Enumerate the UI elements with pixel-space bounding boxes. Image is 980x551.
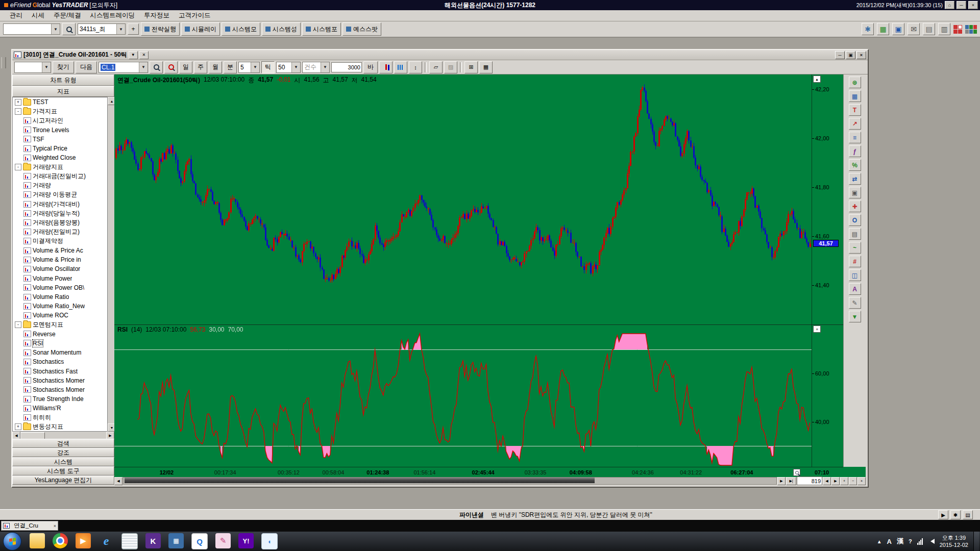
sidebar-button[interactable]: 강조 — [12, 448, 114, 457]
minute-value-combo[interactable]: 5▼ — [238, 62, 260, 73]
tree-item[interactable]: TEST — [13, 97, 107, 107]
add-button[interactable]: + — [128, 23, 139, 35]
period-week-button[interactable]: 주 — [194, 61, 207, 73]
minimize-icon[interactable]: ─ — [957, 1, 966, 9]
tray-clock[interactable]: 오후 1:39 2015-12-02 — [940, 534, 968, 549]
rsi-collapse-icon[interactable]: ≡ — [813, 325, 821, 333]
tree-item[interactable]: Stochastics Momer — [13, 385, 107, 394]
indicator-search-combo[interactable]: ▼ — [14, 62, 51, 73]
axis-zoom-icon[interactable] — [793, 469, 800, 476]
period-day-button[interactable]: 일 — [179, 61, 192, 73]
scroll-left-icon[interactable]: ◀ — [114, 477, 122, 485]
chevron-down-icon[interactable]: ▼ — [321, 62, 329, 72]
mail-icon[interactable]: ✉ — [908, 23, 920, 35]
count-type-combo[interactable]: 건수▼ — [302, 62, 330, 73]
tree-item[interactable]: Stochastics — [13, 357, 107, 366]
calculator-icon[interactable]: ▦ — [168, 533, 184, 548]
tree-item[interactable]: Reverse — [13, 330, 107, 339]
taskbar-app-tab[interactable]: 연결_Cru × — [1, 521, 58, 531]
tree-item[interactable]: 거래량(당일누적) — [13, 209, 107, 218]
tree-item[interactable]: Volume Power — [13, 274, 107, 283]
tree-item[interactable]: Volume Ratio — [13, 292, 107, 302]
ime-language-icon[interactable]: A — [887, 538, 892, 545]
tree-item[interactable]: Volume Oscillator — [13, 264, 107, 273]
sidebar-button[interactable]: 시스템 — [12, 457, 114, 466]
scrollbar-thumb[interactable] — [20, 432, 45, 439]
tree-item[interactable]: 거래량(음봉양봉) — [13, 218, 107, 227]
menu-item[interactable]: 주문/체결 — [49, 10, 85, 21]
trend-line-icon[interactable]: ↗ — [849, 118, 861, 130]
visible-bars-input[interactable] — [797, 477, 822, 485]
chart-window-title-bar[interactable]: [3010] 연결_Crude Oil-201601 - 50틱 ▼ ✕ ─ ▣… — [12, 50, 868, 60]
hline-tool-icon[interactable]: ≡ — [849, 132, 861, 143]
chrome-icon[interactable] — [53, 533, 68, 548]
sidebar-button[interactable]: 시스템 도구 — [12, 466, 114, 475]
auto-tool-icon[interactable]: A — [849, 283, 861, 295]
window-minimize-icon[interactable]: ─ — [835, 51, 845, 59]
tree-vertical-scrollbar[interactable]: ▲ ▼ — [108, 97, 114, 432]
chat-app-icon[interactable]: ◖ — [261, 533, 278, 549]
tree-item[interactable]: Sonar Momentum — [13, 348, 107, 357]
title-pin-icon[interactable]: ▼ — [129, 51, 138, 59]
yahoo-messenger-icon[interactable]: Y! — [238, 533, 254, 548]
tree-item[interactable]: 미결제약정 — [13, 237, 107, 246]
tree-item[interactable]: Williams'R — [13, 404, 107, 413]
tree-item[interactable]: 거래량(가격대비) — [13, 199, 107, 209]
wave-tool-icon[interactable]: ~ — [849, 242, 861, 254]
list-icon[interactable]: ▤ — [923, 23, 935, 35]
candle-style-button[interactable] — [379, 61, 393, 73]
tree-item[interactable]: 거래량 이동평균 — [13, 190, 107, 199]
zoom-in-icon[interactable]: ⊕ — [849, 77, 861, 88]
tree-item[interactable]: 거래량 — [13, 181, 107, 190]
monitor-icon[interactable]: ▣ — [892, 23, 904, 35]
explorer-icon[interactable] — [30, 533, 45, 548]
tick-value-combo[interactable]: 50▼ — [276, 62, 301, 73]
app-tab-close-icon[interactable]: × — [54, 523, 56, 529]
menu-item[interactable]: 시스템트레이딩 — [85, 10, 139, 21]
volume-style-button[interactable] — [394, 61, 407, 73]
screen-number-combo[interactable]: ▼ — [3, 23, 60, 35]
printer-icon[interactable]: ▥ — [938, 23, 950, 35]
tree-expand-icon[interactable] — [15, 108, 21, 115]
settings-icon[interactable]: ✱ — [862, 23, 874, 35]
tree-item[interactable]: Volume ROC — [13, 311, 107, 320]
tree-item[interactable]: Typical Price — [13, 144, 107, 153]
tree-item[interactable]: 가격지표 — [13, 107, 107, 116]
tree-item[interactable]: RSI — [13, 339, 107, 348]
menu-item[interactable]: 투자정보 — [139, 10, 174, 21]
tree-item[interactable]: 시고저라인 — [13, 116, 107, 125]
close-icon[interactable]: × — [968, 1, 978, 9]
tree-item[interactable]: Volume Ratio_New — [13, 302, 107, 311]
tree-item[interactable]: Weighted Close — [13, 153, 107, 162]
circle-tool-icon[interactable]: O — [849, 214, 861, 226]
tree-item[interactable]: Stochastics Momer — [13, 376, 107, 385]
tree-item[interactable]: True Strength Inde — [13, 394, 107, 404]
panel-icon[interactable]: ▣ — [849, 187, 861, 198]
panel-splitter[interactable] — [114, 324, 843, 325]
q-app-icon[interactable]: Q — [191, 533, 208, 549]
edit-tool-icon[interactable]: ✎ — [849, 297, 861, 309]
notepad-icon[interactable] — [121, 533, 138, 549]
tree-expand-icon[interactable] — [15, 99, 21, 106]
step-forward-icon[interactable]: ▶ — [831, 477, 840, 485]
next-button[interactable]: 다음 — [76, 61, 97, 73]
table-button[interactable]: ▦ — [479, 61, 493, 73]
panel-up-icon[interactable]: ▲ — [813, 76, 821, 83]
toolbar-button[interactable]: 시뮬레이 — [181, 22, 220, 36]
news-settings-icon[interactable]: ✱ — [950, 510, 961, 519]
internet-explorer-icon[interactable]: e — [99, 533, 114, 548]
news-headline[interactable]: 벤 버냉키 "SDR편입에도 위안 지위, 당분간 달러에 못 미쳐" — [491, 511, 652, 519]
zoom-in-button[interactable] — [150, 61, 163, 73]
tree-item[interactable]: 거래대금(전일비교) — [13, 172, 107, 181]
split-panel-icon[interactable]: ◫ — [849, 269, 861, 281]
sidebar-button[interactable]: 검색 — [12, 439, 114, 448]
show-desktop-button[interactable] — [973, 532, 979, 551]
find-button[interactable]: 찾기 — [53, 61, 74, 73]
volume-icon[interactable] — [928, 539, 935, 544]
period-month-button[interactable]: 월 — [209, 61, 222, 73]
tree-item[interactable]: 거래량(전일비교) — [13, 228, 107, 237]
tree-item[interactable]: Volume Power OB\ — [13, 283, 107, 292]
news-play-icon[interactable]: ▶ — [938, 510, 948, 519]
menu-item[interactable]: 고객가이드 — [174, 10, 215, 21]
tree-item[interactable]: 거래량지표 — [13, 162, 107, 171]
